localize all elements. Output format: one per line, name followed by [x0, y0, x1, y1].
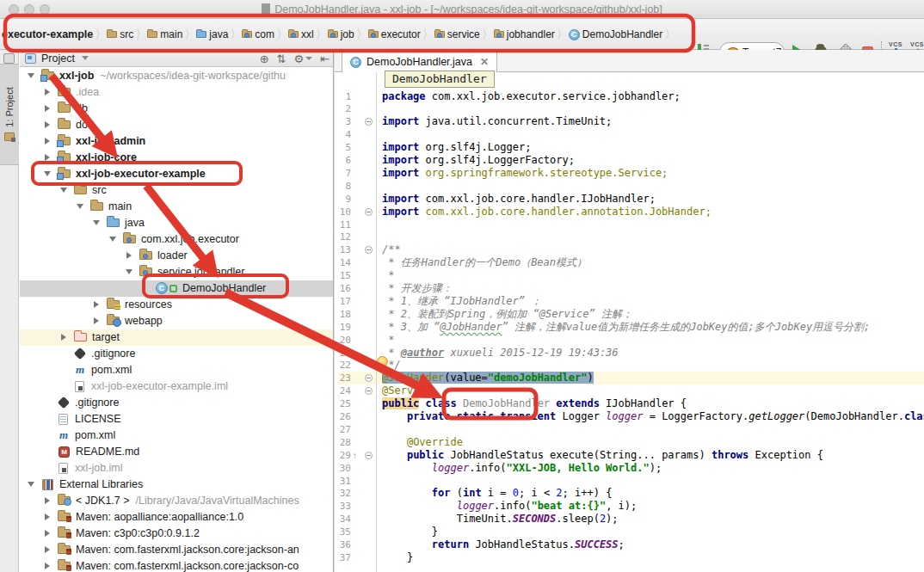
close-window-button[interactable]: [9, 4, 19, 15]
code-line-30[interactable]: 30 logger.info("XXL-JOB, Hello World.");: [338, 462, 924, 475]
code-line-4[interactable]: 4: [338, 128, 924, 141]
chevron-collapsed-icon[interactable]: [43, 563, 58, 569]
code-line-22[interactable]: 22 */: [338, 359, 924, 372]
code-line-29[interactable]: 29↑ public JobHandleStatus execute(Strin…: [338, 449, 924, 462]
tree-item-main[interactable]: main: [20, 199, 334, 215]
breadcrumb-item-job[interactable]: job: [328, 28, 354, 40]
tree-item--idea[interactable]: .idea: [20, 84, 334, 101]
code-line-37[interactable]: 37 }: [338, 551, 924, 564]
fold-icon[interactable]: [365, 246, 373, 254]
tree-item-xxl-job-core[interactable]: xxl-job-core: [20, 150, 334, 166]
code-line-34[interactable]: 34 TimeUnit.SECONDS.sleep(2);: [338, 513, 924, 526]
chevron-expanded-icon[interactable]: [92, 220, 107, 225]
chevron-collapsed-icon[interactable]: [125, 252, 139, 259]
chevron-collapsed-icon[interactable]: [43, 530, 58, 537]
tree-item-src[interactable]: src: [20, 182, 334, 199]
tree-item-com-xxl-job-executor[interactable]: com.xxl.job.executor: [20, 231, 334, 248]
code-line-5[interactable]: 5import org.slf4j.Logger;: [338, 141, 924, 154]
tree-item-readme-md[interactable]: MREADME.md: [20, 444, 334, 460]
code-line-24[interactable]: 24@Service: [338, 384, 924, 397]
tree-item-xxl-job-iml[interactable]: xxl-job.iml: [20, 460, 334, 477]
tree-item-maven-com-fasterxml-jackson-core-jackson-an[interactable]: Maven: com.fasterxml.jackson.core:jackso…: [20, 542, 334, 558]
code-line-35[interactable]: 35 }: [338, 526, 924, 538]
fold-icon[interactable]: [365, 452, 373, 459]
breadcrumb-item-java[interactable]: java: [196, 28, 228, 40]
code-line-6[interactable]: 6import org.slf4j.LoggerFactory;: [338, 154, 924, 167]
code-line-7[interactable]: 7import org.springframework.stereotype.S…: [338, 167, 924, 180]
tree-item-service-jobhandler[interactable]: service.jobhandler: [20, 264, 334, 280]
code-line-36[interactable]: 36 return JobHandleStatus.SUCCESS;: [338, 538, 924, 551]
code-line-13[interactable]: 13/**: [338, 243, 924, 256]
tree-item--gitignore[interactable]: .gitignore: [20, 346, 334, 362]
tool-window-icon[interactable]: [3, 53, 15, 64]
project-view-dropdown[interactable]: [82, 56, 89, 60]
breadcrumb-item-demojobhandler[interactable]: CDemoJobHandler: [569, 28, 662, 40]
code-line-20[interactable]: 20 *: [338, 334, 924, 347]
code-line-27[interactable]: 27: [338, 423, 924, 436]
tree-item-external-libraries[interactable]: External Libraries: [20, 477, 334, 493]
chevron-collapsed-icon[interactable]: [92, 301, 107, 308]
chevron-collapsed-icon[interactable]: [43, 121, 58, 128]
fold-icon[interactable]: [365, 208, 373, 216]
chevron-collapsed-icon[interactable]: [43, 546, 58, 553]
code-line-18[interactable]: 18 * 2、装配到Spring，例如加 “@Service” 注解；: [338, 308, 924, 321]
code-line-14[interactable]: 14 * 任务Handler的一个Demo（Bean模式）: [338, 256, 924, 269]
breadcrumb-item-src[interactable]: src: [107, 28, 133, 40]
code-line-33[interactable]: 33 logger.info("beat at:{}", i);: [338, 500, 924, 513]
code-line-9[interactable]: 9import com.xxl.job.core.handler.IJobHan…: [338, 193, 924, 206]
chevron-expanded-icon[interactable]: [27, 73, 41, 78]
chevron-collapsed-icon[interactable]: [43, 105, 58, 112]
tree-item-target[interactable]: target: [20, 329, 334, 346]
tree-item-xxl-job-executor-example[interactable]: xxl-job-executor-example: [20, 166, 334, 182]
chevron-collapsed-icon[interactable]: [43, 497, 58, 504]
tree-item-pom-xml[interactable]: mpom.xml: [20, 427, 334, 444]
breadcrumb-item-main[interactable]: main: [147, 28, 182, 40]
tree-item-maven-c3p0-c3p0-0-9-1-2[interactable]: Maven: c3p0:c3p0:0.9.1.2: [20, 526, 334, 542]
code-line-2[interactable]: 2: [338, 102, 924, 115]
tree-item-doc[interactable]: doc: [20, 117, 334, 133]
tree-item-webapp[interactable]: webapp: [20, 313, 334, 329]
code-line-10[interactable]: 10import com.xxl.job.core.handler.annota…: [338, 206, 924, 218]
code-line-28[interactable]: 28 @Override: [338, 436, 924, 449]
code-line-8[interactable]: 8: [338, 180, 924, 193]
fold-icon[interactable]: [365, 374, 373, 382]
code-line-11[interactable]: 11: [338, 218, 924, 231]
chevron-expanded-icon[interactable]: [59, 188, 74, 193]
hide-panel-icon[interactable]: ⇤: [320, 53, 330, 65]
breadcrumb-item-executor-example[interactable]: executor-example: [2, 28, 93, 40]
override-icon[interactable]: ↑: [353, 451, 361, 460]
collapse-all-icon[interactable]: ⇅: [277, 53, 286, 65]
tree-item-db[interactable]: db: [20, 101, 334, 117]
chevron-expanded-icon[interactable]: [125, 269, 139, 274]
code-line-21[interactable]: 21 * @author xuxueli 2015-12-19 19:43:36: [338, 347, 924, 360]
code-line-12[interactable]: 12: [338, 231, 924, 243]
tree-item-xxl-job-executor-example-iml[interactable]: xxl-job-executor-example.iml: [20, 378, 334, 395]
tree-item-maven-com-fasterxml-jackson-core-jackson-co[interactable]: Maven: com.fasterxml.jackson.core:jackso…: [20, 558, 334, 572]
code-line-15[interactable]: 15 *: [338, 269, 924, 282]
chevron-collapsed-icon[interactable]: [59, 334, 74, 341]
breadcrumb-item-xxl[interactable]: xxl: [288, 28, 314, 40]
locate-icon[interactable]: ⊕: [260, 53, 269, 65]
breadcrumb-item-executor[interactable]: executor: [368, 28, 421, 40]
tree-item-maven-aopalliance-aopalliance-1-0[interactable]: Maven: aopalliance:aopalliance:1.0: [20, 509, 334, 526]
tree-item-xxl-job-admin[interactable]: xxl-job-admin: [20, 133, 334, 150]
code-line-32[interactable]: 32 for (int i = 0; i < 2; i++) {: [338, 487, 924, 500]
tree-item-license[interactable]: LICENSE: [20, 411, 334, 427]
tree-item-xxl-job[interactable]: xxl-job~/workspaces/idea-git-workspace/g…: [20, 68, 334, 84]
code-line-23[interactable]: 23@JobHander(value="demoJobHandler"): [338, 372, 924, 384]
code-line-25[interactable]: 25public class DemoJobHandler extends IJ…: [338, 397, 924, 410]
breadcrumb-item-service[interactable]: service: [434, 28, 480, 40]
tree-item-resources[interactable]: resources: [20, 297, 334, 313]
chevron-collapsed-icon[interactable]: [92, 317, 107, 324]
chevron-expanded-icon[interactable]: [76, 204, 90, 209]
chevron-collapsed-icon[interactable]: [43, 89, 58, 95]
code-line-17[interactable]: 17 * 1、继承 “IJobHandler” ；: [338, 295, 924, 308]
tree-item-java[interactable]: java: [20, 215, 334, 231]
code-line-3[interactable]: 3import java.util.concurrent.TimeUnit;: [338, 115, 924, 128]
code-line-16[interactable]: 16 * 开发步骤：: [338, 282, 924, 295]
close-tab-icon[interactable]: ✕: [480, 56, 489, 68]
chevron-collapsed-icon[interactable]: [43, 154, 58, 161]
tree-item-loader[interactable]: loader: [20, 248, 334, 264]
chevron-collapsed-icon[interactable]: [43, 138, 58, 145]
chevron-expanded-icon[interactable]: [27, 482, 41, 487]
